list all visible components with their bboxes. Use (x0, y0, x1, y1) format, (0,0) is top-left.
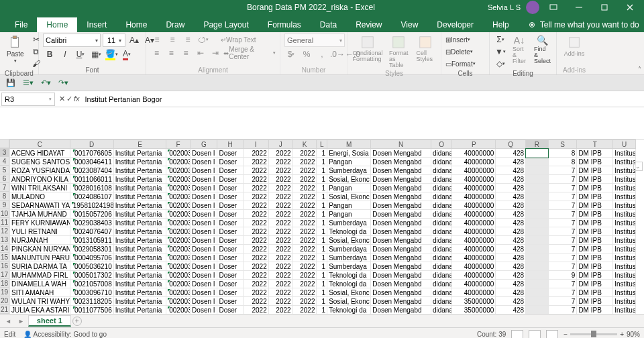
cell[interactable]: Doser (217, 201, 243, 210)
row-header[interactable]: 14 (0, 244, 9, 253)
cell[interactable]: 7 (548, 227, 577, 236)
cell[interactable]: Institut Pertania (113, 253, 166, 262)
cell[interactable]: 0024086107 (70, 192, 113, 201)
ribbon-tab-draw[interactable]: Draw (156, 17, 194, 32)
cell[interactable]: DM IPB (577, 175, 613, 184)
cell[interactable] (526, 166, 549, 175)
cell[interactable]: Institut Pertania (113, 149, 166, 158)
col-header[interactable]: U (613, 140, 636, 149)
cell[interactable]: WULAN TRI WAHY (10, 297, 70, 306)
cell[interactable] (526, 253, 549, 262)
cell[interactable]: 2022 (268, 245, 292, 253)
col-header[interactable]: E (113, 140, 166, 149)
row-header[interactable]: 6 (0, 174, 9, 183)
cell[interactable]: Dosen Mengabd (371, 227, 431, 236)
cell[interactable] (526, 245, 549, 253)
cell[interactable]: 002003 (166, 280, 191, 288)
cell[interactable] (526, 192, 549, 201)
cell[interactable]: 2022 (268, 306, 292, 315)
row-header[interactable]: 5 (0, 166, 9, 174)
cell[interactable]: 195810241983032001 (70, 201, 113, 210)
cell[interactable]: Dosen I (191, 262, 217, 271)
cell[interactable]: MUHAMMAD FIRL (10, 271, 70, 280)
cell[interactable]: 2022 (268, 175, 292, 184)
cell[interactable]: 1 (317, 192, 327, 201)
cell[interactable]: 40000000 (452, 201, 496, 210)
cell[interactable]: 40000000 (452, 227, 496, 236)
cell[interactable]: didanai (431, 175, 451, 184)
cell[interactable]: 7 (548, 184, 577, 192)
cell[interactable]: 2022 (292, 219, 317, 227)
paste-button[interactable]: Paste▾ (4, 34, 27, 65)
cell[interactable]: 002003 (166, 262, 191, 271)
align-bottom-icon[interactable]: ≡ (181, 34, 195, 46)
cell[interactable]: 428 (496, 280, 526, 288)
row-header[interactable]: 17 (0, 270, 9, 279)
col-header[interactable]: D (70, 140, 113, 149)
cell[interactable]: 2022 (268, 297, 292, 306)
percent-icon[interactable]: % (300, 48, 313, 60)
cell[interactable]: Doser (217, 253, 243, 262)
merge-center-button[interactable]: ⬌ Merge & Center ▾ (223, 47, 276, 59)
cell[interactable]: Doser (217, 262, 243, 271)
ribbon-tab-data[interactable]: Data (311, 17, 346, 32)
cell[interactable] (526, 158, 549, 166)
cell[interactable]: Dosen I (191, 175, 217, 184)
cell[interactable]: Dosen Mengabd (371, 149, 431, 158)
collapse-ribbon-icon[interactable]: ˄ (638, 66, 641, 73)
cell[interactable] (526, 306, 549, 315)
row-header[interactable]: 15 (0, 253, 9, 262)
cell[interactable]: 002003 (166, 236, 191, 245)
cell[interactable]: 8 (548, 158, 577, 166)
cell[interactable]: 7 (548, 306, 577, 315)
ribbon-tab-file[interactable]: File (5, 17, 37, 32)
cell[interactable]: 428 (496, 192, 526, 201)
cell[interactable]: Doser (217, 210, 243, 219)
cell[interactable]: 2022 (243, 236, 268, 245)
fill-color-icon[interactable]: 🪣▾ (105, 48, 118, 60)
cell[interactable]: 7 (548, 280, 577, 288)
cell[interactable]: 002003 (166, 166, 191, 175)
cell[interactable]: Institusi I (613, 227, 636, 236)
cell[interactable]: Institut Pertania (113, 210, 166, 219)
cell[interactable]: didanai (431, 210, 451, 219)
align-top-icon[interactable]: ≡ (150, 34, 164, 46)
cell[interactable]: FERY KURNIAWAN (10, 219, 70, 227)
cell[interactable]: 002003 (166, 306, 191, 315)
cell[interactable]: Pangan (327, 184, 371, 192)
font-color-icon[interactable]: A▾ (120, 48, 133, 60)
cell[interactable]: 428 (496, 201, 526, 210)
accounting-icon[interactable]: $▾ (284, 48, 298, 60)
cell[interactable]: DM IPB (577, 288, 613, 297)
cell[interactable]: 40000000 (452, 192, 496, 201)
cell[interactable]: DINAMELLA WAH (10, 280, 70, 288)
cell[interactable]: 1 (317, 219, 327, 227)
cell[interactable]: 40000000 (452, 210, 496, 219)
cell[interactable]: 1 (317, 280, 327, 288)
ribbon-tab-view[interactable]: View (392, 17, 428, 32)
cell[interactable]: didanai (431, 297, 451, 306)
indent-inc-icon[interactable]: ⇥ (209, 47, 221, 59)
cell[interactable] (526, 227, 549, 236)
cell[interactable]: 2022 (268, 262, 292, 271)
clear-icon[interactable]: ◇▾ (494, 58, 507, 70)
zoom-out-icon[interactable]: − (564, 331, 568, 338)
cell[interactable]: 1 (317, 306, 327, 315)
cell[interactable]: didanai (431, 253, 451, 262)
cell[interactable]: 428 (496, 297, 526, 306)
cell[interactable]: 2022 (243, 219, 268, 227)
cell[interactable]: 2022 (243, 192, 268, 201)
font-name-combo[interactable]: ▾ (43, 34, 101, 47)
cell[interactable]: 2022 (292, 149, 317, 158)
cell[interactable]: Doser (217, 227, 243, 236)
cell[interactable]: Institut Pertania (113, 184, 166, 192)
cell[interactable]: 2022 (243, 297, 268, 306)
insert-cells-button[interactable]: ⊞ Insert ▾ (445, 34, 470, 46)
cell[interactable]: 2022 (292, 245, 317, 253)
cell[interactable]: 2022 (268, 253, 292, 262)
add-sheet-button[interactable]: + (72, 317, 82, 326)
cell[interactable]: Dosen I (191, 227, 217, 236)
cell[interactable]: Doser (217, 297, 243, 306)
ribbon-tab-formulas[interactable]: Formulas (258, 17, 311, 32)
cell[interactable]: Dosen Mengabd (371, 219, 431, 227)
